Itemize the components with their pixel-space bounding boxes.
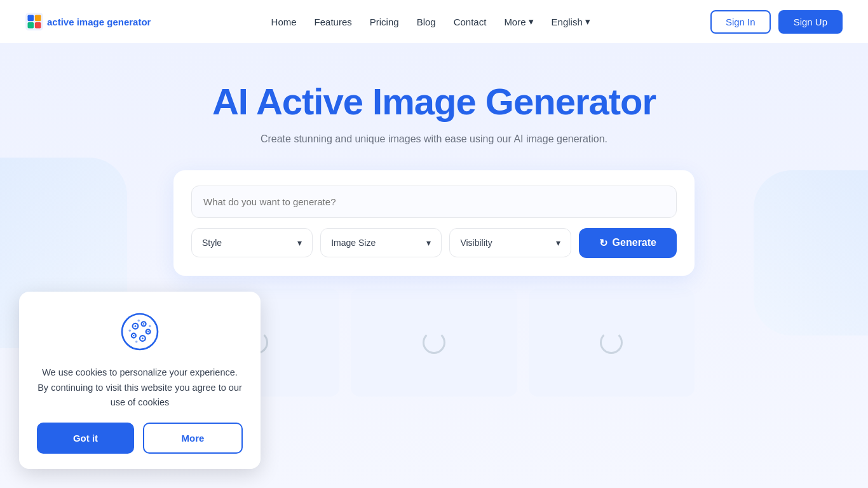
nav-features[interactable]: Features	[315, 17, 352, 27]
svg-rect-3	[28, 22, 34, 29]
blob-decoration-right	[754, 170, 868, 336]
hero-subtitle: Create stunning and unique images with e…	[261, 133, 607, 145]
signin-button[interactable]: Sign In	[710, 10, 771, 34]
generate-button[interactable]: ↻ Generate	[579, 228, 677, 258]
svg-point-9	[143, 323, 144, 325]
style-dropdown[interactable]: Style ▾	[191, 228, 313, 257]
cookie-banner: We use cookies to personalize your exper…	[19, 292, 261, 469]
chevron-down-icon: ▾	[529, 16, 534, 27]
prompt-input[interactable]	[191, 186, 677, 218]
svg-point-17	[149, 325, 151, 328]
nav-more[interactable]: More ▾	[504, 16, 533, 27]
navbar: active image generator Home Features Pri…	[0, 0, 868, 43]
svg-point-13	[142, 338, 144, 340]
svg-point-18	[129, 330, 132, 332]
svg-point-5	[122, 314, 158, 349]
nav-blog[interactable]: Blog	[417, 17, 436, 27]
svg-point-16	[138, 320, 140, 322]
chevron-down-icon: ▾	[585, 16, 590, 27]
image-card-2	[351, 288, 517, 396]
svg-rect-2	[35, 15, 41, 22]
got-it-button[interactable]: Got it	[37, 423, 134, 454]
nav-language[interactable]: English ▾	[552, 16, 590, 27]
logo-link[interactable]: active image generator	[25, 13, 151, 30]
chevron-down-icon: ▾	[426, 238, 431, 248]
svg-point-11	[147, 331, 149, 332]
chevron-down-icon: ▾	[297, 238, 302, 248]
chevron-down-icon: ▾	[556, 238, 560, 248]
logo-icon	[25, 13, 43, 30]
nav-links: Home Features Pricing Blog Contact More …	[271, 16, 590, 27]
controls-row: Style ▾ Image Size ▾ Visibility ▾ ↻ Gene…	[191, 228, 677, 258]
cookie-icon	[118, 309, 162, 354]
hero-title: AI Active Image Generator	[212, 81, 656, 122]
loading-spinner	[423, 331, 445, 354]
image-size-dropdown[interactable]: Image Size ▾	[320, 228, 442, 257]
svg-rect-4	[35, 22, 41, 29]
visibility-dropdown[interactable]: Visibility ▾	[449, 228, 571, 257]
svg-rect-1	[28, 15, 34, 22]
nav-pricing[interactable]: Pricing	[370, 17, 399, 27]
cookie-text: We use cookies to personalize your exper…	[37, 365, 243, 410]
signup-button[interactable]: Sign Up	[778, 10, 843, 34]
nav-contact[interactable]: Contact	[454, 17, 487, 27]
navbar-actions: Sign In Sign Up	[710, 10, 843, 34]
svg-point-7	[135, 325, 137, 327]
loading-spinner	[600, 331, 623, 354]
cookie-icon-wrap	[118, 309, 162, 356]
svg-point-15	[133, 335, 134, 336]
nav-home[interactable]: Home	[271, 17, 297, 27]
logo-text: active image generator	[47, 17, 151, 27]
svg-point-19	[135, 341, 138, 343]
image-card-3	[529, 288, 695, 396]
refresh-icon: ↻	[599, 237, 607, 249]
generator-box: Style ▾ Image Size ▾ Visibility ▾ ↻ Gene…	[173, 170, 695, 276]
more-button[interactable]: More	[143, 423, 243, 454]
cookie-buttons: Got it More	[37, 423, 243, 454]
